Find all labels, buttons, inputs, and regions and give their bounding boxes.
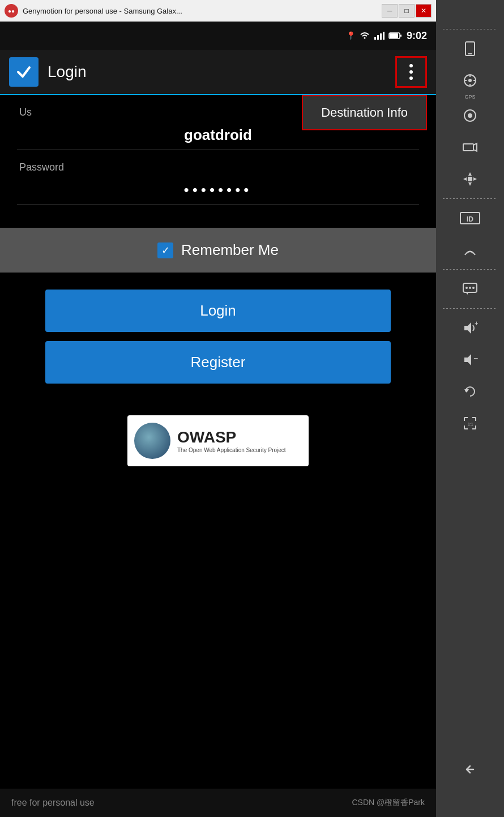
nfc-icon[interactable] bbox=[456, 236, 484, 263]
svg-rect-39 bbox=[377, 35, 379, 40]
id-icon[interactable]: ID bbox=[456, 205, 484, 232]
logo-symbol: ●● bbox=[8, 8, 15, 14]
volume-down-icon[interactable]: − bbox=[456, 346, 484, 373]
owasp-subtitle: The Open Web Application Security Projec… bbox=[177, 446, 286, 454]
video-icon[interactable] bbox=[456, 134, 484, 161]
phone-screen: 📍 9:02 Logi bbox=[0, 22, 436, 817]
wifi-icon bbox=[359, 31, 370, 40]
svg-point-20 bbox=[465, 287, 468, 289]
svg-text:−: − bbox=[473, 354, 478, 363]
remember-me-section: ✓ Remember Me bbox=[0, 228, 436, 273]
svg-marker-14 bbox=[463, 177, 467, 181]
owasp-logo: OWASP The Open Web Application Security … bbox=[127, 415, 309, 466]
dot-3 bbox=[409, 76, 413, 80]
svg-text:ID: ID bbox=[467, 215, 473, 223]
svg-marker-23 bbox=[465, 292, 468, 295]
window-controls: ─ □ ✕ bbox=[382, 4, 432, 18]
owasp-area: OWASP The Open Web Application Security … bbox=[0, 393, 436, 478]
remember-label: Remember Me bbox=[181, 241, 279, 259]
login-button[interactable]: Login bbox=[45, 290, 391, 332]
svg-rect-41 bbox=[383, 32, 385, 40]
sidebar-divider-mid bbox=[443, 198, 497, 199]
status-icons: 📍 bbox=[346, 31, 402, 40]
dot-2 bbox=[409, 70, 413, 74]
svg-point-22 bbox=[472, 287, 475, 289]
register-button[interactable]: Register bbox=[45, 341, 391, 384]
signal-icon bbox=[374, 31, 385, 40]
rotate-icon[interactable] bbox=[456, 378, 484, 405]
app-icon bbox=[9, 57, 39, 87]
camera-icon[interactable] bbox=[456, 102, 484, 129]
bottom-bar: free for personal use CSDN @橙留香Park bbox=[0, 789, 436, 817]
svg-point-9 bbox=[468, 113, 472, 118]
chat-icon[interactable] bbox=[456, 275, 484, 303]
overflow-menu-button[interactable] bbox=[395, 56, 427, 88]
svg-rect-10 bbox=[463, 144, 473, 151]
phone-icon[interactable] bbox=[456, 35, 484, 62]
sidebar-divider-2 bbox=[443, 269, 497, 270]
app-title: Login bbox=[48, 63, 395, 81]
svg-marker-12 bbox=[468, 172, 472, 176]
svg-marker-13 bbox=[468, 182, 472, 186]
svg-marker-15 bbox=[473, 177, 477, 181]
bottom-right-text: CSDN @橙留香Park bbox=[352, 798, 425, 808]
svg-marker-11 bbox=[473, 143, 477, 151]
checkmark-icon: ✓ bbox=[161, 244, 170, 257]
svg-point-3 bbox=[468, 79, 472, 82]
svg-rect-16 bbox=[468, 177, 472, 181]
bottom-left-text: free for personal use bbox=[11, 798, 95, 808]
title-bar: ●● Genymotion for personal use - Samsung… bbox=[0, 0, 436, 22]
location-icon: 📍 bbox=[346, 31, 356, 40]
sidebar-divider-top bbox=[443, 29, 497, 29]
gps-label: GPS bbox=[464, 94, 475, 100]
sidebar-divider-3 bbox=[443, 308, 497, 309]
scale-icon[interactable]: 1:1 bbox=[456, 410, 484, 437]
destination-info-item[interactable]: Destination Info bbox=[303, 96, 426, 129]
battery-icon bbox=[388, 32, 402, 40]
main-content: Us goatdroid Password •••••••• ✓ Remembe… bbox=[0, 95, 436, 478]
svg-rect-40 bbox=[380, 33, 382, 40]
svg-marker-26 bbox=[464, 354, 471, 365]
owasp-globe-icon bbox=[134, 423, 170, 459]
minimize-button[interactable]: ─ bbox=[382, 4, 398, 18]
password-label: Password bbox=[17, 161, 419, 173]
svg-rect-43 bbox=[390, 33, 398, 38]
password-value[interactable]: •••••••• bbox=[17, 176, 419, 205]
app-bar: Login bbox=[0, 50, 436, 95]
owasp-text: OWASP The Open Web Application Security … bbox=[177, 428, 286, 454]
back-button[interactable] bbox=[456, 756, 484, 783]
dot-1 bbox=[409, 64, 413, 67]
svg-text:1:1: 1:1 bbox=[468, 422, 473, 426]
maximize-button[interactable]: □ bbox=[399, 4, 415, 18]
volume-up-icon[interactable]: + bbox=[456, 314, 484, 342]
status-bar: 📍 9:02 bbox=[0, 22, 436, 50]
owasp-title: OWASP bbox=[177, 428, 286, 446]
status-time: 9:02 bbox=[407, 30, 427, 42]
dpad-icon[interactable] bbox=[456, 165, 484, 193]
svg-text:+: + bbox=[475, 320, 478, 327]
dropdown-menu: Destination Info bbox=[302, 95, 427, 130]
svg-rect-38 bbox=[374, 37, 376, 40]
window-title: Genymotion for personal use - Samsung Ga… bbox=[23, 7, 382, 15]
svg-rect-1 bbox=[468, 53, 472, 54]
remember-checkbox[interactable]: ✓ bbox=[157, 242, 173, 258]
svg-marker-24 bbox=[464, 322, 471, 334]
app-logo: ●● bbox=[5, 4, 18, 18]
svg-rect-44 bbox=[400, 35, 402, 37]
right-sidebar: GPS ID bbox=[436, 0, 504, 817]
svg-point-21 bbox=[469, 287, 471, 289]
button-area: Login Register bbox=[0, 273, 436, 393]
close-button[interactable]: ✕ bbox=[416, 4, 432, 18]
gps-icon[interactable] bbox=[456, 67, 484, 94]
